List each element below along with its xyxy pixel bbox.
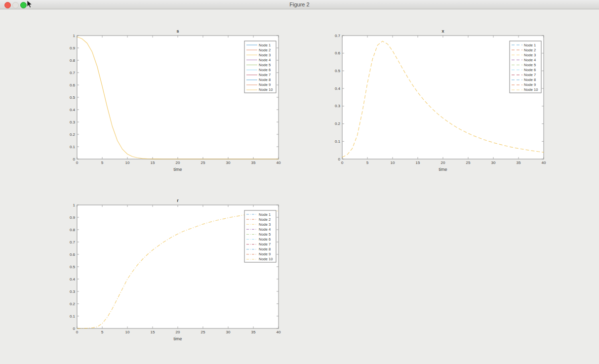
x-tick-label: 40 bbox=[277, 161, 281, 165]
x-tick-label: 30 bbox=[226, 161, 231, 165]
chart-r: 051015202530354000.10.20.30.40.50.60.70.… bbox=[49, 196, 285, 345]
plot-title: r bbox=[177, 198, 179, 203]
legend-label: Node 2 bbox=[524, 48, 536, 52]
y-tick-label: 1 bbox=[73, 34, 76, 38]
y-tick-label: 0.2 bbox=[335, 121, 341, 126]
legend-label: Node 8 bbox=[259, 247, 271, 251]
mouse-cursor-icon bbox=[27, 0, 33, 9]
legend-label: Node 2 bbox=[259, 217, 271, 222]
legend-label: Node 5 bbox=[259, 232, 271, 237]
x-axis-label: time bbox=[439, 167, 447, 172]
legend-label: Node 7 bbox=[259, 73, 271, 77]
y-tick-label: 0.5 bbox=[70, 95, 76, 100]
y-tick-label: 0 bbox=[73, 326, 76, 331]
y-tick-label: 0.1 bbox=[70, 145, 76, 149]
x-tick-label: 40 bbox=[542, 161, 546, 165]
legend-label: Node 10 bbox=[259, 87, 273, 92]
x-tick-label: 0 bbox=[76, 330, 79, 334]
y-tick-label: 0.4 bbox=[70, 108, 76, 112]
chart-group: 051015202530354000.10.20.30.40.50.60.70.… bbox=[70, 198, 281, 341]
legend-label: Node 3 bbox=[259, 53, 271, 57]
minimize-button[interactable] bbox=[12, 2, 19, 8]
chart-s: 051015202530354000.10.20.30.40.50.60.70.… bbox=[49, 27, 285, 176]
legend-label: Node 10 bbox=[524, 87, 538, 92]
legend-label: Node 8 bbox=[259, 78, 271, 82]
x-tick-label: 35 bbox=[251, 161, 256, 165]
x-tick-label: 20 bbox=[176, 330, 180, 334]
y-tick-label: 0.3 bbox=[70, 120, 76, 124]
legend-label: Node 1 bbox=[259, 43, 271, 47]
legend-label: Node 9 bbox=[259, 252, 271, 256]
x-tick-label: 20 bbox=[441, 161, 445, 165]
window-title: Figure 2 bbox=[0, 0, 599, 9]
legend-label: Node 3 bbox=[259, 222, 271, 227]
x-tick-label: 25 bbox=[201, 161, 205, 165]
x-tick-label: 15 bbox=[151, 330, 155, 334]
y-tick-label: 0.2 bbox=[70, 132, 76, 137]
legend-label: Node 1 bbox=[259, 212, 271, 217]
y-tick-label: 0.8 bbox=[70, 58, 76, 63]
y-tick-label: 1 bbox=[73, 203, 76, 207]
y-tick-label: 0.7 bbox=[335, 34, 341, 38]
y-tick-label: 0.7 bbox=[70, 71, 76, 75]
y-tick-label: 0.5 bbox=[335, 69, 341, 73]
legend-label: Node 10 bbox=[259, 257, 273, 261]
y-tick-label: 0.6 bbox=[335, 51, 341, 55]
x-tick-label: 15 bbox=[151, 161, 155, 165]
chart-group: 051015202530354000.10.20.30.40.50.60.7xt… bbox=[335, 29, 546, 172]
y-tick-label: 0.5 bbox=[70, 265, 76, 269]
y-tick-label: 0.1 bbox=[70, 314, 76, 319]
x-axis-label: time bbox=[173, 336, 182, 341]
x-tick-label: 10 bbox=[125, 161, 130, 165]
y-tick-label: 0 bbox=[73, 157, 76, 162]
legend-label: Node 4 bbox=[524, 58, 536, 62]
x-tick-label: 35 bbox=[251, 330, 256, 334]
x-tick-label: 30 bbox=[491, 161, 496, 165]
legend-label: Node 7 bbox=[259, 242, 271, 246]
x-tick-label: 35 bbox=[517, 161, 521, 165]
y-tick-label: 0.2 bbox=[70, 302, 76, 306]
legend-label: Node 2 bbox=[259, 48, 271, 52]
close-button[interactable] bbox=[4, 2, 11, 8]
x-tick-label: 15 bbox=[416, 161, 420, 165]
x-tick-label: 0 bbox=[341, 161, 344, 165]
legend-label: Node 9 bbox=[259, 82, 271, 87]
y-tick-label: 0.1 bbox=[335, 139, 341, 144]
zoom-button[interactable] bbox=[20, 2, 27, 8]
x-tick-label: 5 bbox=[101, 161, 104, 165]
legend-label: Node 6 bbox=[259, 237, 271, 242]
x-tick-label: 25 bbox=[201, 330, 205, 334]
legend-label: Node 8 bbox=[524, 78, 536, 82]
figure-window: Figure 2 051015202530354000.10.20.30.40.… bbox=[0, 0, 599, 364]
y-tick-label: 0 bbox=[338, 157, 341, 162]
legend-label: Node 7 bbox=[524, 73, 536, 77]
legend-label: Node 6 bbox=[524, 68, 536, 72]
y-tick-label: 0.9 bbox=[70, 46, 76, 50]
x-tick-label: 5 bbox=[366, 161, 369, 165]
x-tick-label: 30 bbox=[226, 330, 231, 334]
chart-x: 051015202530354000.10.20.30.40.50.60.7xt… bbox=[315, 27, 551, 176]
legend-label: Node 5 bbox=[259, 63, 271, 67]
legend-label: Node 5 bbox=[524, 63, 536, 67]
x-tick-label: 10 bbox=[125, 330, 130, 334]
y-tick-label: 0.6 bbox=[70, 83, 76, 87]
y-tick-label: 0.3 bbox=[70, 289, 76, 294]
window-titlebar: Figure 2 bbox=[0, 0, 599, 9]
x-tick-label: 10 bbox=[391, 161, 395, 165]
legend-label: Node 1 bbox=[524, 43, 536, 47]
y-tick-label: 0.8 bbox=[70, 228, 76, 232]
y-tick-label: 0.7 bbox=[70, 240, 76, 244]
plot-title: x bbox=[441, 29, 444, 34]
legend-label: Node 4 bbox=[259, 58, 271, 62]
legend-label: Node 6 bbox=[259, 68, 271, 72]
legend-label: Node 9 bbox=[524, 82, 536, 87]
y-tick-label: 0.4 bbox=[335, 86, 341, 91]
chart-group: 051015202530354000.10.20.30.40.50.60.70.… bbox=[70, 29, 281, 172]
y-tick-label: 0.4 bbox=[70, 277, 76, 282]
x-tick-label: 40 bbox=[277, 330, 281, 334]
plot-title: s bbox=[176, 29, 179, 34]
legend-label: Node 4 bbox=[259, 227, 271, 232]
legend-label: Node 3 bbox=[524, 53, 536, 57]
y-tick-label: 0.3 bbox=[335, 104, 341, 108]
y-tick-label: 0.9 bbox=[70, 215, 76, 220]
